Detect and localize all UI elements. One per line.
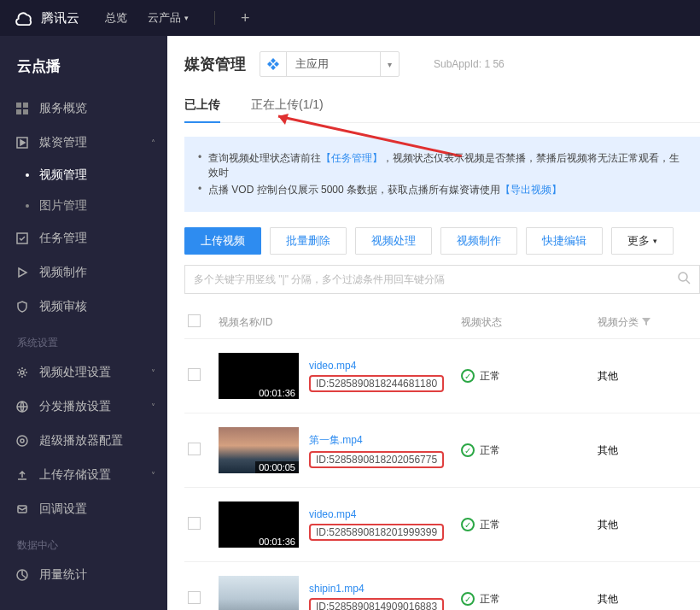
subapp-id: SubAppId: 1 56 bbox=[434, 58, 505, 70]
process-button[interactable]: 视频处理 bbox=[355, 227, 432, 255]
filter-icon bbox=[642, 318, 650, 326]
svg-point-6 bbox=[20, 371, 24, 374]
sidebar-item-storage[interactable]: 上传存储设置 ˅ bbox=[0, 458, 167, 492]
table-row: 00:00:05第一集.mp4ID:5285890818202056775✓正常… bbox=[184, 414, 700, 488]
callback-icon bbox=[15, 503, 29, 515]
brand-logo[interactable]: 腾讯云 bbox=[15, 9, 79, 27]
video-thumbnail[interactable]: 00:01:36 bbox=[219, 501, 299, 548]
upload-button[interactable]: 上传视频 bbox=[184, 227, 261, 255]
sidebar-item-overview[interactable]: 服务概览 bbox=[0, 91, 167, 126]
svg-point-9 bbox=[20, 439, 24, 443]
chevron-up-icon: ˄ bbox=[151, 138, 155, 148]
row-checkbox[interactable] bbox=[188, 368, 201, 381]
sidebar-item-make[interactable]: 视频制作 bbox=[0, 255, 167, 290]
check-icon: ✓ bbox=[461, 592, 475, 606]
video-category: 其他 bbox=[598, 592, 700, 607]
video-id: ID:5285890818201999399 bbox=[309, 524, 444, 541]
table-row: 00:01:36video.mp4ID:5285890818201999399✓… bbox=[184, 488, 700, 562]
svg-rect-1 bbox=[23, 103, 28, 108]
link-task-mgmt[interactable]: 【任务管理】 bbox=[321, 152, 382, 164]
duration-badge: 00:01:36 bbox=[255, 536, 299, 548]
col-category[interactable]: 视频分类 bbox=[598, 315, 700, 330]
tab-uploading[interactable]: 正在上传(1/1) bbox=[251, 91, 324, 122]
chevron-down-icon: ˅ bbox=[151, 368, 155, 378]
video-filename[interactable]: 第一集.mp4 bbox=[309, 433, 444, 448]
chevron-down-icon: ▾ bbox=[380, 52, 399, 76]
svg-rect-0 bbox=[16, 103, 21, 108]
video-id: ID:5285890814909016883 bbox=[309, 598, 444, 610]
video-category: 其他 bbox=[598, 443, 700, 458]
video-filename[interactable]: video.mp4 bbox=[309, 360, 444, 372]
sidebar-group-data: 数据中心 bbox=[0, 526, 167, 558]
page-title: 媒资管理 bbox=[184, 54, 246, 74]
video-category: 其他 bbox=[598, 369, 700, 384]
video-id: ID:5285890818244681180 bbox=[309, 375, 444, 392]
search-icon[interactable] bbox=[678, 272, 691, 288]
duration-badge: 00:00:05 bbox=[255, 461, 299, 473]
video-category: 其他 bbox=[598, 518, 700, 532]
sidebar: 云点播 服务概览 媒资管理 ˄ 视频管理 图片管理 任务管理 视频制作 视频审核… bbox=[0, 36, 167, 610]
sidebar-item-review[interactable]: 视频审核 bbox=[0, 290, 167, 324]
notice-banner: 查询视频处理状态请前往【任务管理】，视频状态仅表示视频是否禁播，禁播后视频将无法… bbox=[184, 137, 700, 212]
tabs: 已上传 正在上传(1/1) bbox=[184, 91, 700, 123]
globe-icon bbox=[15, 401, 29, 413]
search-bar[interactable] bbox=[184, 265, 700, 294]
tab-uploaded[interactable]: 已上传 bbox=[184, 91, 220, 123]
sidebar-item-process-settings[interactable]: 视频处理设置 ˅ bbox=[0, 355, 167, 390]
select-all-checkbox[interactable] bbox=[188, 314, 201, 327]
main-content: 媒资管理 主应用 ▾ SubAppId: 1 56 已上传 正在上传(1/1) … bbox=[167, 36, 700, 610]
app-icon bbox=[260, 52, 287, 76]
table-header: 视频名称/ID 视频状态 视频分类 bbox=[184, 306, 700, 339]
col-status: 视频状态 bbox=[461, 315, 598, 330]
shield-icon bbox=[15, 301, 29, 313]
search-input[interactable] bbox=[194, 273, 678, 285]
table-row: 00:01:42shipin1.mp4ID:528589081490901688… bbox=[184, 562, 700, 610]
chevron-down-icon: ˅ bbox=[151, 402, 155, 412]
svg-rect-3 bbox=[23, 109, 28, 114]
video-thumbnail[interactable]: 00:01:42 bbox=[219, 576, 299, 610]
row-checkbox[interactable] bbox=[188, 591, 201, 604]
video-filename[interactable]: video.mp4 bbox=[309, 508, 444, 520]
video-thumbnail[interactable]: 00:00:05 bbox=[219, 427, 299, 473]
svg-rect-10 bbox=[18, 506, 26, 513]
media-icon bbox=[15, 137, 29, 149]
sidebar-item-media[interactable]: 媒资管理 ˄ bbox=[0, 126, 167, 160]
sidebar-sub-video[interactable]: 视频管理 bbox=[0, 160, 167, 191]
chevron-down-icon: ˅ bbox=[151, 471, 155, 480]
dashboard-icon bbox=[15, 103, 29, 114]
sidebar-item-distribute[interactable]: 分发播放设置 ˅ bbox=[0, 390, 167, 424]
batch-delete-button[interactable]: 批量删除 bbox=[270, 227, 347, 255]
chart-icon bbox=[15, 569, 29, 581]
make-button[interactable]: 视频制作 bbox=[440, 227, 517, 255]
nav-products[interactable]: 云产品 ▾ bbox=[148, 10, 189, 26]
sidebar-item-callback[interactable]: 回调设置 bbox=[0, 492, 167, 526]
row-checkbox[interactable] bbox=[188, 517, 201, 530]
sidebar-item-player[interactable]: 超级播放器配置 bbox=[0, 424, 167, 458]
top-bar: 腾讯云 总览 云产品 ▾ + bbox=[0, 0, 700, 36]
gear-icon bbox=[15, 367, 29, 378]
notice-line-1: 查询视频处理状态请前往【任务管理】，视频状态仅表示视频是否禁播，禁播后视频将无法… bbox=[198, 151, 686, 180]
nav-add-icon[interactable]: + bbox=[241, 9, 250, 27]
app-selector[interactable]: 主应用 ▾ bbox=[260, 51, 400, 77]
status-badge: ✓正常 bbox=[461, 592, 598, 607]
more-button[interactable]: 更多 ▾ bbox=[611, 227, 674, 255]
notice-line-2: 点播 VOD 控制台仅展示 5000 条数据，获取点播所有媒资请使用【导出视频】 bbox=[198, 183, 686, 197]
sidebar-sub-image[interactable]: 图片管理 bbox=[0, 191, 167, 221]
nav-overview[interactable]: 总览 bbox=[105, 10, 127, 26]
svg-rect-2 bbox=[16, 109, 21, 114]
sidebar-item-usage[interactable]: 用量统计 bbox=[0, 558, 167, 592]
player-icon bbox=[15, 435, 29, 447]
status-badge: ✓正常 bbox=[461, 369, 598, 384]
video-id: ID:5285890818202056775 bbox=[309, 451, 444, 468]
video-thumbnail[interactable]: 00:01:36 bbox=[219, 353, 299, 399]
quick-edit-button[interactable]: 快捷编辑 bbox=[526, 227, 603, 255]
col-name: 视频名称/ID bbox=[219, 315, 461, 330]
status-badge: ✓正常 bbox=[461, 518, 598, 532]
video-filename[interactable]: shipin1.mp4 bbox=[309, 583, 444, 595]
row-checkbox[interactable] bbox=[188, 443, 201, 455]
task-icon bbox=[15, 232, 29, 244]
app-label: 主应用 bbox=[287, 56, 380, 72]
sidebar-item-tasks[interactable]: 任务管理 bbox=[0, 221, 167, 255]
link-export[interactable]: 【导出视频】 bbox=[500, 184, 562, 196]
play-icon bbox=[15, 267, 29, 279]
